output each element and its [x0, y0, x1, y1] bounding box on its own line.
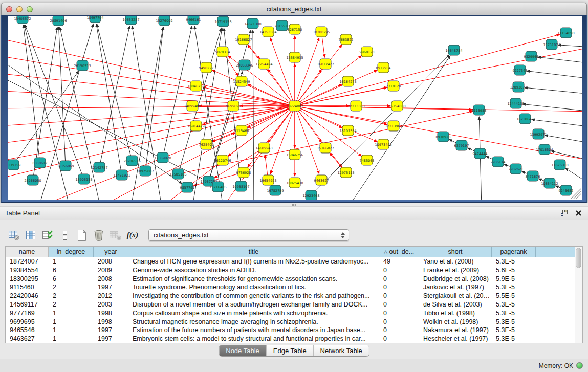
memory-status-indicator[interactable]	[576, 362, 583, 369]
graph-node[interactable]: 2935114	[491, 157, 506, 167]
table-select-dropdown[interactable]: citations_edges.txt	[148, 229, 349, 241]
graph-node[interactable]: 10025438	[286, 178, 303, 188]
graph-node[interactable]: 16154838	[388, 101, 405, 111]
graph-node[interactable]: 10719155	[214, 16, 231, 27]
graph-node[interactable]: 6379197	[454, 140, 469, 150]
graph-node[interactable]: 12505185	[169, 169, 186, 179]
close-button[interactable]	[6, 6, 12, 12]
close-panel-icon[interactable]	[575, 209, 582, 218]
graph-node[interactable]: 2718120	[386, 81, 401, 91]
delete-column-button[interactable]	[92, 228, 106, 243]
graph-node[interactable]: 18497794	[86, 16, 103, 23]
table-row[interactable]: 1938455462009Genome-wide association stu…	[6, 266, 582, 275]
zoom-button[interactable]	[27, 6, 33, 12]
graph-node[interactable]: 7625402	[199, 139, 214, 149]
graph-node[interactable]: 20053346	[236, 60, 253, 70]
graph-node[interactable]: 10653287	[122, 16, 139, 25]
tab-node-table[interactable]: Node Table	[219, 345, 266, 356]
graph-node[interactable]: 10973493	[375, 139, 391, 149]
scrollbar-thumb[interactable]	[576, 248, 581, 268]
graph-node[interactable]: 20206526	[123, 156, 140, 166]
graph-node[interactable]: 15276002	[156, 16, 172, 26]
graph-node[interactable]: 9329966	[524, 51, 539, 61]
column-header-year[interactable]: year	[94, 247, 128, 257]
graph-node[interactable]: 15751874	[543, 39, 560, 50]
column-header-pagerank[interactable]: pagerank	[492, 247, 536, 257]
graph-node[interactable]: 11156869	[57, 161, 74, 171]
table-row[interactable]: 969969511998Structural magnetic resonanc…	[6, 318, 582, 326]
graph-node[interactable]: 13992971	[530, 129, 547, 139]
graph-node[interactable]: 15046756	[286, 149, 303, 160]
graph-node[interactable]: 9756928	[236, 167, 251, 178]
graph-node[interactable]: 9498222	[199, 62, 214, 73]
column-header-in_degree[interactable]: in_degree	[49, 247, 94, 257]
graph-node[interactable]: 9463627	[314, 175, 329, 185]
graph-node[interactable]: 8267150	[288, 24, 302, 34]
graph-node[interactable]: 12254494	[255, 59, 272, 69]
table-row[interactable]: 1872400712008Changes of HCN gene express…	[6, 257, 582, 266]
graph-node[interactable]: 13584935	[286, 52, 303, 62]
graph-node[interactable]: 20891406	[50, 16, 67, 26]
graph-node[interactable]: 18724007	[286, 101, 303, 111]
graph-node[interactable]: 16782759	[267, 185, 284, 195]
graph-node[interactable]: 9466161	[186, 16, 201, 25]
graph-node[interactable]: 14099489	[184, 101, 201, 111]
graph-node[interactable]: 8912954	[376, 62, 391, 73]
column-visibility-button[interactable]	[24, 228, 38, 243]
table-row[interactable]: 946362711997Embryonic stem cells: a mode…	[6, 335, 582, 343]
graph-node[interactable]: 12093872	[510, 82, 527, 92]
graph-node[interactable]: 18300295	[313, 27, 330, 37]
graph-node[interactable]: 7663822	[339, 34, 354, 45]
graph-node[interactable]: 25266050	[24, 175, 41, 185]
graph-node[interactable]: 9474444	[473, 148, 488, 159]
graph-node[interactable]: 15166827	[317, 143, 334, 153]
graph-node[interactable]: 12142757	[91, 162, 107, 172]
float-panel-icon[interactable]	[560, 209, 568, 218]
graph-node[interactable]: 16120746	[214, 155, 231, 165]
graph-node[interactable]: 16648784	[445, 45, 462, 55]
new-column-button[interactable]	[75, 228, 89, 243]
table-vertical-scrollbar[interactable]	[575, 247, 582, 343]
tab-edge-table[interactable]: Edge Table	[266, 345, 313, 356]
graph-node[interactable]: 19654923	[259, 175, 276, 185]
table-row[interactable]: 1456911722003Disruption of a novel membe…	[6, 300, 582, 309]
table-row[interactable]: 911546021997Tourette syndrome. Phenomeno…	[6, 283, 582, 292]
column-header-title[interactable]: title	[128, 247, 379, 257]
table-row[interactable]: 1830029562008Estimation of significance …	[6, 275, 582, 283]
graph-node[interactable]: 9139159	[8, 160, 20, 170]
graph-node[interactable]: 10046756	[187, 81, 204, 91]
column-header-name[interactable]: name	[6, 247, 49, 257]
graph-node[interactable]: 15905135	[75, 174, 92, 184]
column-header-out_de[interactable]: △out_de...	[379, 247, 419, 257]
graph-node[interactable]: 17359928	[154, 152, 171, 163]
graph-node[interactable]: 9699695	[226, 101, 241, 111]
graph-node[interactable]: 7485063	[360, 155, 375, 165]
minimize-button[interactable]	[16, 6, 23, 12]
graph-node[interactable]: 9227343	[513, 65, 528, 75]
graph-node[interactable]: 16164273	[339, 76, 356, 86]
graph-node[interactable]: 12975115	[337, 167, 354, 178]
graph-node[interactable]: 12923468	[302, 190, 319, 200]
graph-node[interactable]: 14671388	[244, 18, 261, 29]
graph-node[interactable]: 14353504	[259, 27, 276, 37]
graph-node[interactable]: 9857791	[180, 182, 195, 192]
tab-network-table[interactable]: Network Table	[313, 345, 369, 356]
graph-node[interactable]: 16017427	[317, 59, 334, 69]
graph-node[interactable]: 9960128	[360, 47, 375, 57]
graph-node[interactable]: 10654112	[541, 178, 558, 188]
graph-node[interactable]: 11451921	[113, 170, 130, 180]
graph-node[interactable]: 8938923	[436, 132, 451, 142]
graph-node[interactable]: 8115958	[472, 105, 487, 115]
graph-node[interactable]: 12444138	[507, 98, 524, 108]
graph-node[interactable]: 7815526	[275, 20, 290, 31]
network-canvas[interactable]: 1872400716154838122139671097349374850631…	[8, 16, 582, 200]
table-row[interactable]: 946554611997Estimation of the future num…	[6, 326, 582, 335]
select-columns-button[interactable]	[41, 228, 55, 243]
graph-node[interactable]: 16914479	[187, 121, 204, 131]
table-settings-button[interactable]	[7, 228, 21, 243]
graph-node[interactable]: 11154898	[557, 28, 574, 38]
column-header-short[interactable]: short	[419, 247, 492, 257]
table-row[interactable]: 2242004622012Investigating the contribut…	[6, 292, 582, 300]
row-options-button[interactable]	[58, 228, 72, 243]
graph-node[interactable]: 7932621	[509, 164, 524, 174]
